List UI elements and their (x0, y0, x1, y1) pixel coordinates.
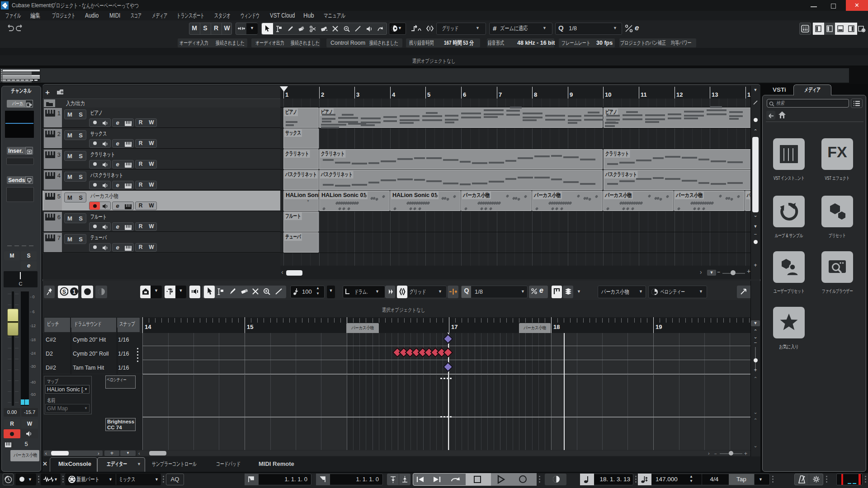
svg-text:S: S (62, 289, 66, 295)
svg-text:1: 1 (73, 289, 76, 295)
